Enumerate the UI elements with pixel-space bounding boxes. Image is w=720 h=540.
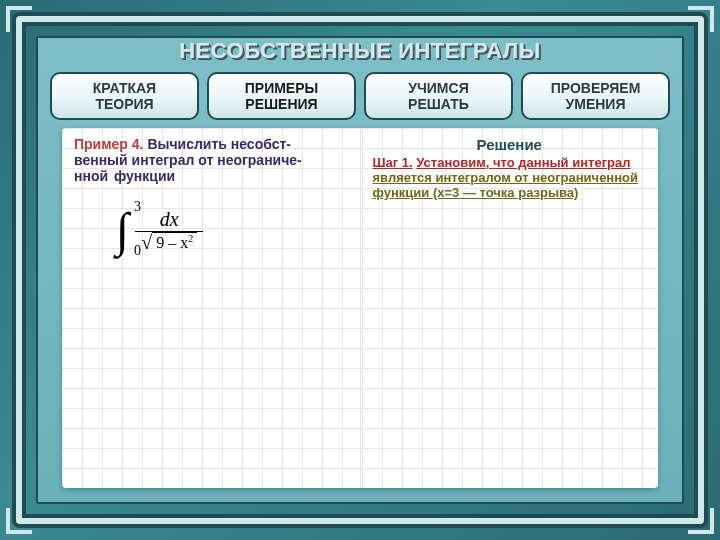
task-text: функции — [114, 168, 175, 184]
task-text: венный интеграл от неограниче- — [74, 152, 302, 168]
tab-theory[interactable]: КРАТКАЯ ТЕОРИЯ — [50, 72, 199, 120]
denominator: √ 9 – x2 — [135, 232, 203, 252]
tab-learn[interactable]: УЧИМСЯ РЕШАТЬ — [364, 72, 513, 120]
tab-label: ПРИМЕРЫ РЕШЕНИЯ — [245, 80, 319, 112]
right-column: Решение Шаг 1. Установим, что данный инт… — [360, 128, 659, 488]
step-text: функции (x=3 — точка разрыва) — [373, 185, 579, 200]
radicand-exp: 2 — [188, 233, 193, 244]
step-text: является интегралом от неограниченной — [373, 170, 639, 185]
page-title: НЕСОБСТВЕННЫЕ ИНТЕГРАЛЫ — [0, 38, 720, 64]
tab-check[interactable]: ПРОВЕРЯЕМ УМЕНИЯ — [521, 72, 670, 120]
upper-limit: 3 — [134, 200, 141, 214]
integral-expression: ∫ 3 0 dx √ 9 – x2 — [116, 206, 348, 254]
content-board: Пример 4. Вычислить несобст- венный инте… — [62, 128, 658, 488]
sqrt: √ 9 – x2 — [141, 232, 197, 252]
nav-tabs: КРАТКАЯ ТЕОРИЯ ПРИМЕРЫ РЕШЕНИЯ УЧИМСЯ РЕ… — [50, 72, 670, 120]
tab-label: КРАТКАЯ ТЕОРИЯ — [93, 80, 156, 112]
numerator: dx — [154, 208, 185, 231]
example-number: Пример 4. — [74, 136, 143, 152]
tab-examples[interactable]: ПРИМЕРЫ РЕШЕНИЯ — [207, 72, 356, 120]
slide-stage: НЕСОБСТВЕННЫЕ ИНТЕГРАЛЫ КРАТКАЯ ТЕОРИЯ П… — [0, 0, 720, 540]
tab-label: УЧИМСЯ РЕШАТЬ — [408, 80, 469, 112]
tab-label: ПРОВЕРЯЕМ УМЕНИЯ — [551, 80, 641, 112]
solution-heading: Решение — [373, 136, 647, 153]
step-text: Установим, что данный интеграл — [416, 155, 630, 170]
step-number: Шаг 1. — [373, 155, 413, 170]
radical-icon: √ — [141, 232, 152, 252]
fraction: dx √ 9 – x2 — [135, 208, 203, 252]
example-prompt: Пример 4. Вычислить несобст- венный инте… — [74, 136, 348, 184]
radicand-base: 9 – x — [156, 234, 188, 251]
integral-sign-icon: ∫ 3 0 — [116, 206, 129, 254]
task-text: Вычислить несобст- — [147, 136, 291, 152]
task-text: нной — [74, 168, 108, 184]
radicand: 9 – x2 — [152, 232, 197, 252]
lower-limit: 0 — [134, 244, 141, 258]
left-column: Пример 4. Вычислить несобст- венный инте… — [62, 128, 360, 488]
solution-step-1: Шаг 1. Установим, что данный интеграл яв… — [373, 155, 647, 200]
